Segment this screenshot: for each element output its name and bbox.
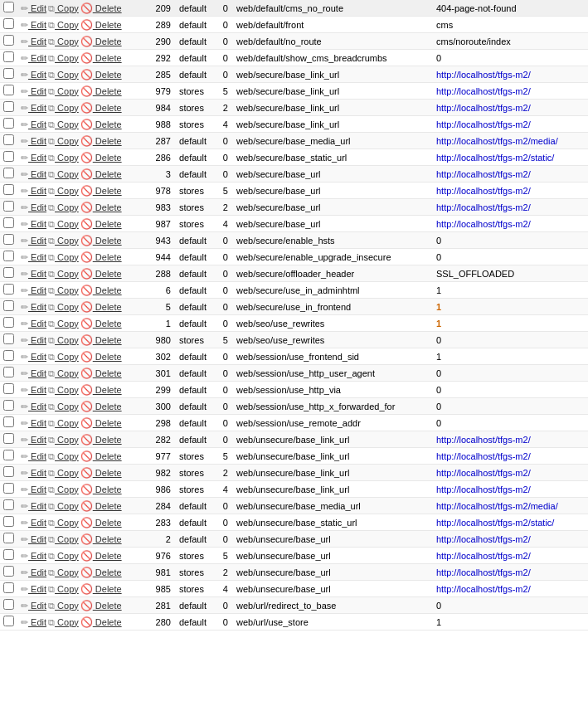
edit-button[interactable]: ✏ Edit <box>21 153 46 163</box>
delete-button[interactable]: 🚫 Delete <box>80 352 122 362</box>
copy-button[interactable]: ⧉ Copy <box>48 136 79 146</box>
row-checkbox[interactable] <box>3 549 14 560</box>
row-checkbox[interactable] <box>3 400 14 411</box>
row-checkbox[interactable] <box>3 334 14 344</box>
copy-button[interactable]: ⧉ Copy <box>48 103 79 113</box>
config-value[interactable]: http://localhost/tfgs-m2/ <box>433 581 588 597</box>
copy-button[interactable]: ⧉ Copy <box>48 3 79 13</box>
row-checkbox[interactable] <box>3 18 14 29</box>
config-value-link[interactable]: http://localhost/tfgs-m2/ <box>436 551 531 561</box>
config-value-link[interactable]: http://localhost/tfgs-m2/ <box>436 451 531 461</box>
delete-button[interactable]: 🚫 Delete <box>80 252 122 262</box>
config-value-link[interactable]: http://localhost/tfgs-m2/ <box>436 435 531 445</box>
config-value-link[interactable]: http://localhost/tfgs-m2/ <box>436 584 531 594</box>
delete-button[interactable]: 🚫 Delete <box>80 136 122 146</box>
copy-button[interactable]: ⧉ Copy <box>48 584 79 594</box>
delete-button[interactable]: 🚫 Delete <box>80 468 122 478</box>
delete-button[interactable]: 🚫 Delete <box>80 435 122 445</box>
config-value[interactable]: http://localhost/tfgs-m2/ <box>433 481 588 498</box>
delete-button[interactable]: 🚫 Delete <box>80 285 122 295</box>
delete-button[interactable]: 🚫 Delete <box>80 385 122 395</box>
delete-button[interactable]: 🚫 Delete <box>80 601 122 611</box>
copy-button[interactable]: ⧉ Copy <box>48 551 79 561</box>
row-checkbox[interactable] <box>3 599 14 610</box>
edit-button[interactable]: ✏ Edit <box>21 252 46 262</box>
copy-button[interactable]: ⧉ Copy <box>48 601 79 611</box>
copy-button[interactable]: ⧉ Copy <box>48 219 79 229</box>
copy-button[interactable]: ⧉ Copy <box>48 20 79 30</box>
edit-button[interactable]: ✏ Edit <box>21 534 46 544</box>
row-checkbox[interactable] <box>3 616 14 626</box>
config-value-link[interactable]: http://localhost/tfgs-m2/static/ <box>436 153 554 163</box>
config-value[interactable]: http://localhost/tfgs-m2/static/ <box>433 514 588 531</box>
config-value-link[interactable]: http://localhost/tfgs-m2/ <box>436 567 531 577</box>
delete-button[interactable]: 🚫 Delete <box>80 584 122 594</box>
copy-button[interactable]: ⧉ Copy <box>48 153 79 163</box>
config-value[interactable]: http://localhost/tfgs-m2/media/ <box>433 498 588 514</box>
config-value[interactable]: http://localhost/tfgs-m2/static/ <box>433 149 588 166</box>
row-checkbox[interactable] <box>3 267 14 278</box>
delete-button[interactable]: 🚫 Delete <box>80 319 122 329</box>
config-value-link[interactable]: http://localhost/tfgs-m2/ <box>436 103 531 113</box>
delete-button[interactable]: 🚫 Delete <box>80 119 122 129</box>
config-value[interactable]: http://localhost/tfgs-m2/ <box>433 199 588 216</box>
delete-button[interactable]: 🚫 Delete <box>80 153 122 163</box>
row-checkbox[interactable] <box>3 533 14 543</box>
copy-button[interactable]: ⧉ Copy <box>48 352 79 362</box>
delete-button[interactable]: 🚫 Delete <box>80 53 122 63</box>
edit-button[interactable]: ✏ Edit <box>21 186 46 196</box>
config-value[interactable]: http://localhost/tfgs-m2/ <box>433 448 588 465</box>
edit-button[interactable]: ✏ Edit <box>21 617 46 627</box>
edit-button[interactable]: ✏ Edit <box>21 103 46 113</box>
config-value[interactable]: http://localhost/tfgs-m2/media/ <box>433 133 588 149</box>
delete-button[interactable]: 🚫 Delete <box>80 368 122 378</box>
edit-button[interactable]: ✏ Edit <box>21 501 46 511</box>
row-checkbox[interactable] <box>3 234 14 245</box>
copy-button[interactable]: ⧉ Copy <box>48 119 79 129</box>
config-value[interactable]: http://localhost/tfgs-m2/ <box>433 431 588 448</box>
config-value-link[interactable]: http://localhost/tfgs-m2/ <box>436 202 531 212</box>
row-checkbox[interactable] <box>3 251 14 261</box>
edit-button[interactable]: ✏ Edit <box>21 518 46 528</box>
config-value-link[interactable]: http://localhost/tfgs-m2/ <box>436 86 531 96</box>
edit-button[interactable]: ✏ Edit <box>21 119 46 129</box>
edit-button[interactable]: ✏ Edit <box>21 169 46 179</box>
copy-button[interactable]: ⧉ Copy <box>48 169 79 179</box>
row-checkbox[interactable] <box>3 350 14 361</box>
delete-button[interactable]: 🚫 Delete <box>80 501 122 511</box>
edit-button[interactable]: ✏ Edit <box>21 70 46 80</box>
row-checkbox[interactable] <box>3 151 14 162</box>
config-value-link[interactable]: http://localhost/tfgs-m2/ <box>436 70 531 80</box>
edit-button[interactable]: ✏ Edit <box>21 20 46 30</box>
edit-button[interactable]: ✏ Edit <box>21 451 46 461</box>
row-checkbox[interactable] <box>3 85 14 95</box>
config-value-link[interactable]: http://localhost/tfgs-m2/ <box>436 186 531 196</box>
edit-button[interactable]: ✏ Edit <box>21 319 46 329</box>
delete-button[interactable]: 🚫 Delete <box>80 551 122 561</box>
config-value[interactable]: http://localhost/tfgs-m2/ <box>433 531 588 548</box>
copy-button[interactable]: ⧉ Copy <box>48 385 79 395</box>
row-checkbox[interactable] <box>3 483 14 494</box>
row-checkbox[interactable] <box>3 101 14 112</box>
edit-button[interactable]: ✏ Edit <box>21 53 46 63</box>
config-value-link[interactable]: http://localhost/tfgs-m2/static/ <box>436 518 554 528</box>
edit-button[interactable]: ✏ Edit <box>21 601 46 611</box>
copy-button[interactable]: ⧉ Copy <box>48 202 79 212</box>
row-checkbox[interactable] <box>3 582 14 593</box>
row-checkbox[interactable] <box>3 516 14 527</box>
row-checkbox[interactable] <box>3 367 14 377</box>
copy-button[interactable]: ⧉ Copy <box>48 567 79 577</box>
config-value-link[interactable]: http://localhost/tfgs-m2/media/ <box>436 501 558 511</box>
row-checkbox[interactable] <box>3 416 14 427</box>
edit-button[interactable]: ✏ Edit <box>21 435 46 445</box>
copy-button[interactable]: ⧉ Copy <box>48 86 79 96</box>
delete-button[interactable]: 🚫 Delete <box>80 103 122 113</box>
config-value[interactable]: http://localhost/tfgs-m2/ <box>433 465 588 481</box>
copy-button[interactable]: ⧉ Copy <box>48 368 79 378</box>
delete-button[interactable]: 🚫 Delete <box>80 169 122 179</box>
edit-button[interactable]: ✏ Edit <box>21 567 46 577</box>
edit-button[interactable]: ✏ Edit <box>21 402 46 411</box>
delete-button[interactable]: 🚫 Delete <box>80 70 122 80</box>
copy-button[interactable]: ⧉ Copy <box>48 534 79 544</box>
edit-button[interactable]: ✏ Edit <box>21 302 46 312</box>
